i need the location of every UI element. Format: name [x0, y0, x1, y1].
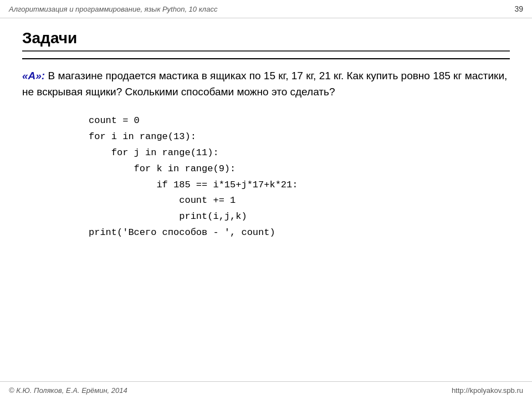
- code-block: count = 0 for i in range(13): for j in r…: [89, 113, 510, 241]
- task-text-body: В магазине продается мастика в ящиках по…: [22, 70, 507, 98]
- page-heading: Задачи: [22, 29, 510, 52]
- code-line-6: count += 1: [89, 193, 510, 209]
- task-description: «А»: В магазине продается мастика в ящик…: [22, 68, 510, 100]
- slide-number: 39: [514, 4, 523, 13]
- bottom-bar: © К.Ю. Поляков, Е.А. Ерёмин, 2014 http:/…: [0, 381, 532, 399]
- code-line-3: for j in range(11):: [89, 145, 510, 161]
- footer-right: http://kpolyakov.spb.ru: [452, 386, 523, 395]
- code-line-2: for i in range(13):: [89, 129, 510, 145]
- top-bar-title: Алгоритмизация и программирование, язык …: [9, 5, 217, 13]
- task-label: «А»:: [22, 70, 45, 81]
- code-line-8: print('Всего способов - ', count): [89, 225, 510, 241]
- code-line-5: if 185 == i*15+j*17+k*21:: [89, 177, 510, 193]
- footer-left: © К.Ю. Поляков, Е.А. Ерёмин, 2014: [9, 386, 127, 395]
- top-bar: Алгоритмизация и программирование, язык …: [0, 0, 532, 18]
- divider: [22, 58, 510, 59]
- code-line-7: print(i,j,k): [89, 209, 510, 225]
- code-line-1: count = 0: [89, 113, 510, 129]
- main-content: Задачи «А»: В магазине продается мастика…: [0, 18, 532, 252]
- code-line-4: for k in range(9):: [89, 161, 510, 177]
